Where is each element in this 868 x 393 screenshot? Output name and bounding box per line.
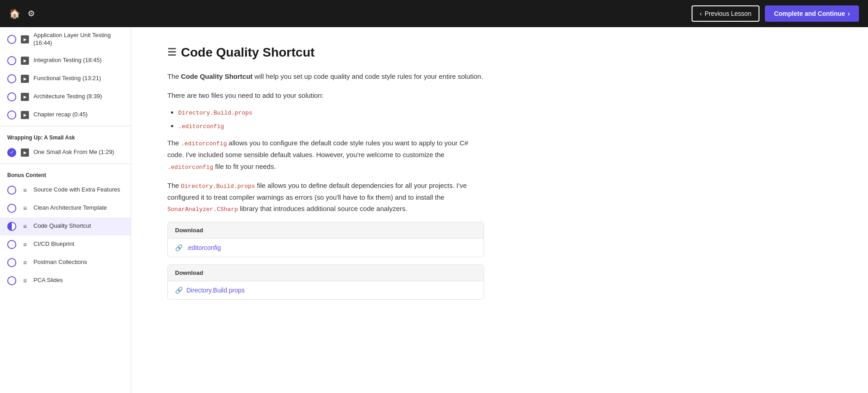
download-link-editorconfig[interactable]: .editorconfig (186, 244, 221, 251)
files-intro-paragraph: There are two files you need to add to y… (167, 90, 484, 101)
previous-lesson-button[interactable]: ‹ Previous Lesson (692, 5, 759, 22)
status-icon-incomplete (7, 258, 16, 267)
section-label-wrapping-up: Wrapping Up: A Small Ask (0, 128, 131, 144)
editorconfig-code: .editorconfig (178, 123, 224, 130)
sidebar-item-label: Functional Testing (13:21) (33, 75, 101, 82)
sidebar-item-source-code-extra[interactable]: ≡ Source Code with Extra Features (0, 181, 131, 199)
sidebar-item-label: Code Quality Shortcut (33, 222, 91, 230)
video-icon: ▶ (21, 111, 29, 119)
nav-right: ‹ Previous Lesson Complete and Continue … (692, 5, 859, 22)
settings-button[interactable]: ⚙ (28, 9, 35, 19)
directory-build-props-para: The Directory.Build.props file allows yo… (167, 180, 484, 215)
sidebar-item-label: Clean Architecture Template (33, 204, 107, 212)
para4-prefix: The (167, 182, 181, 189)
video-icon: ▶ (21, 93, 29, 101)
text-doc-icon: ≡ (21, 222, 29, 230)
section-label-bonus: Bonus Content (0, 166, 131, 181)
sidebar-item-code-quality-shortcut[interactable]: ≡ Code Quality Shortcut (0, 217, 131, 235)
main-layout: ▶ Application Layer Unit Testing (16:44)… (0, 27, 868, 393)
status-icon-incomplete (7, 110, 16, 120)
editorconfig-inline-code2: .editorconfig (167, 164, 213, 171)
status-icon-incomplete (7, 35, 16, 44)
sidebar-item-label: Integration Testing (18:45) (33, 57, 102, 64)
status-icon-incomplete (7, 204, 16, 213)
sidebar-item-label: CI/CD Blueprint (33, 240, 74, 248)
editorconfig-inline-code: .editorconfig (181, 140, 227, 147)
sidebar-item-label: Application Layer Unit Testing (16:44) (33, 32, 123, 47)
text-doc-icon: ≡ (21, 186, 29, 194)
editorconfig-para: The .editorconfig allows you to configur… (167, 137, 484, 173)
sidebar-section-videos: ▶ Application Layer Unit Testing (16:44)… (0, 27, 131, 124)
para2-text: There are two files you need to add to y… (167, 91, 323, 99)
directory-build-props-code: Directory.Build.props (178, 110, 252, 116)
video-icon: ▶ (21, 75, 29, 83)
complete-continue-label: Complete and Continue (774, 10, 845, 17)
sonar-analyzer-inline-code: SonarAnalyzer.CSharp (167, 206, 238, 213)
video-icon: ▶ (21, 35, 29, 43)
sidebar: ▶ Application Layer Unit Testing (16:44)… (0, 27, 131, 393)
text-doc-icon: ≡ (21, 277, 29, 285)
complete-continue-button[interactable]: Complete and Continue › (765, 5, 859, 22)
lesson-title-text: Code Quality Shortcut (181, 45, 315, 60)
main-content: ☰ Code Quality Shortcut The Code Quality… (131, 27, 868, 393)
sidebar-section-bonus: Bonus Content ≡ Source Code with Extra F… (0, 166, 131, 290)
sidebar-item-chapter-recap[interactable]: ▶ Chapter recap (0:45) (0, 106, 131, 124)
video-icon: ▶ (21, 57, 29, 65)
sidebar-item-architecture-testing[interactable]: ▶ Architecture Testing (8:39) (0, 88, 131, 106)
link-icon: 🔗 (175, 287, 183, 294)
sidebar-item-integration-testing[interactable]: ▶ Integration Testing (18:45) (0, 52, 131, 70)
status-icon-incomplete (7, 240, 16, 249)
list-item-directory-build-props: Directory.Build.props (178, 108, 495, 116)
status-icon-incomplete (7, 92, 16, 101)
files-list: Directory.Build.props .editorconfig (178, 108, 495, 130)
link-icon: 🔗 (175, 244, 183, 251)
status-icon-half (7, 222, 16, 231)
intro-paragraph: The Code Quality Shortcut will help you … (167, 71, 484, 82)
download-box-editorconfig: Download 🔗 .editorconfig (167, 222, 484, 257)
sidebar-item-one-small-ask[interactable]: ✓ ▶ One Small Ask From Me (1:29) (0, 144, 131, 162)
sidebar-item-clean-architecture-template[interactable]: ≡ Clean Architecture Template (0, 199, 131, 217)
para3-prefix: The (167, 139, 181, 147)
sidebar-item-label: One Small Ask From Me (1:29) (33, 149, 114, 156)
sidebar-item-ci-cd-blueprint[interactable]: ≡ CI/CD Blueprint (0, 235, 131, 254)
menu-lines-icon: ☰ (167, 47, 176, 58)
para3-suffix2: file to fit your needs. (213, 163, 275, 170)
video-icon: ▶ (21, 149, 29, 157)
sidebar-item-app-unit-testing[interactable]: ▶ Application Layer Unit Testing (16:44) (0, 27, 131, 52)
previous-lesson-label: Previous Lesson (705, 10, 752, 17)
status-icon-incomplete (7, 276, 16, 285)
text-doc-icon: ≡ (21, 204, 29, 212)
sidebar-item-label: Postman Collections (33, 259, 87, 266)
para1-suffix: will help you set up code quality and co… (252, 72, 483, 80)
lesson-title: ☰ Code Quality Shortcut (167, 45, 832, 60)
download-link-directory-build-props[interactable]: Directory.Build.props (186, 287, 245, 294)
download-box-header: Download (168, 222, 484, 239)
sidebar-item-label: Chapter recap (0:45) (33, 111, 88, 119)
sidebar-item-functional-testing[interactable]: ▶ Functional Testing (13:21) (0, 70, 131, 88)
sidebar-divider (0, 126, 131, 126)
download-box-body: 🔗 .editorconfig (168, 239, 484, 257)
status-icon-incomplete (7, 56, 16, 65)
download-box-body: 🔗 Directory.Build.props (168, 281, 484, 299)
top-navigation: 🏠 ⚙ ‹ Previous Lesson Complete and Conti… (0, 0, 868, 27)
text-doc-icon: ≡ (21, 240, 29, 249)
sidebar-item-label: PCA Slides (33, 277, 63, 284)
download-box-header: Download (168, 265, 484, 281)
sidebar-divider (0, 163, 131, 164)
home-button[interactable]: 🏠 (9, 8, 20, 19)
sidebar-item-label: Source Code with Extra Features (33, 186, 120, 194)
para4-suffix2: library that introduces additional sourc… (238, 205, 407, 212)
sidebar-item-pca-slides[interactable]: ≡ PCA Slides (0, 272, 131, 290)
status-icon-incomplete (7, 74, 16, 83)
para1-bold: Code Quality Shortcut (181, 72, 252, 80)
list-item-editorconfig: .editorconfig (178, 122, 495, 130)
sidebar-section-wrapping-up: Wrapping Up: A Small Ask ✓ ▶ One Small A… (0, 128, 131, 162)
sidebar-item-label: Architecture Testing (8:39) (33, 93, 102, 101)
nav-left: 🏠 ⚙ (9, 8, 35, 19)
sidebar-item-postman-collections[interactable]: ≡ Postman Collections (0, 254, 131, 272)
status-icon-completed: ✓ (7, 148, 16, 157)
para1-prefix: The (167, 72, 181, 80)
download-box-directory-build-props: Download 🔗 Directory.Build.props (167, 264, 484, 300)
chevron-right-icon: › (848, 10, 850, 17)
text-doc-icon: ≡ (21, 259, 29, 267)
